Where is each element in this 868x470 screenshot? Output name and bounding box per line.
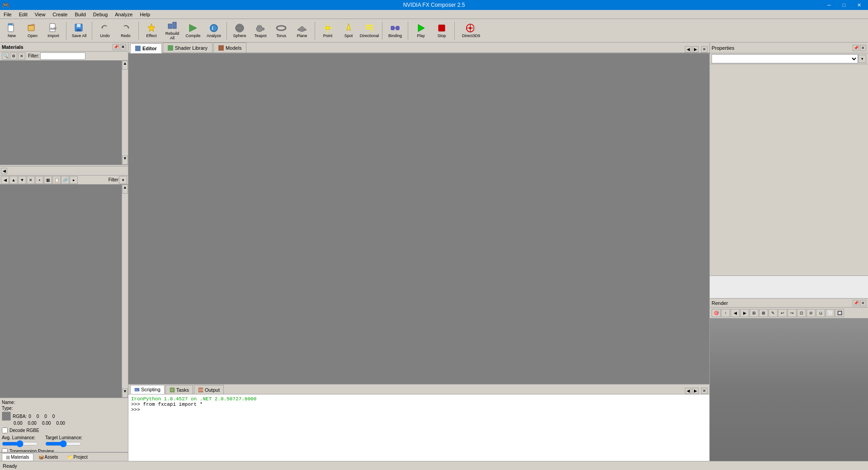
import-button[interactable]: IMP Import (43, 20, 63, 42)
materials-scrollbar[interactable]: ▲▼ (122, 61, 128, 165)
materials-btn1[interactable]: 🔍 (2, 52, 9, 60)
materials-bottom-scrollbar[interactable]: ▲▼ (122, 185, 128, 398)
decode-rgbe-checkbox[interactable] (2, 427, 8, 433)
mb-btn1[interactable]: ◀ (1, 176, 9, 184)
tab-project[interactable]: 📁 Project (63, 453, 92, 461)
render-btn5[interactable]: ⊞ (750, 309, 759, 317)
minimize-button[interactable]: ─ (822, 0, 836, 10)
render-btn12[interactable]: ⊔ (816, 309, 825, 317)
direct3d9-button[interactable]: Direct3D9 (458, 20, 485, 42)
render-btn14[interactable]: 🔲 (835, 309, 844, 317)
console-tab-tasks[interactable]: ✓ Tasks (165, 385, 193, 394)
rebuild-all-button[interactable]: Rebuild All (162, 20, 182, 42)
plane-button[interactable]: Plane (292, 20, 312, 42)
console-tab-scripting[interactable]: >_ Scripting (130, 385, 165, 394)
render-close-button[interactable]: ✕ (860, 300, 866, 306)
rgba-swatch (2, 412, 11, 421)
spot-button[interactable]: Spot (339, 20, 359, 42)
materials-canvas (0, 61, 122, 165)
play-button[interactable]: Play (411, 20, 431, 42)
binding-button[interactable]: Binding (385, 20, 405, 42)
mb-btn7[interactable]: 📋 (52, 176, 61, 184)
avg-lum-slider[interactable] (2, 441, 38, 446)
tab-prev-button[interactable]: ◀ (685, 46, 691, 52)
titlebar: 🎮 NVIDIA FX Composer 2.5 ─ □ ✕ (0, 0, 868, 10)
undo-button[interactable]: Undo (95, 20, 115, 42)
menu-analyze[interactable]: Analyze (111, 10, 136, 19)
tab-models[interactable]: Models (213, 43, 246, 52)
console-tab-output[interactable]: OUT Output (194, 385, 224, 394)
render-btn6[interactable]: ⊠ (759, 309, 768, 317)
new-button[interactable]: New (2, 20, 22, 42)
svg-point-44 (469, 27, 472, 29)
compile-button[interactable]: Compile (183, 20, 203, 42)
mb-btn9[interactable]: ▸ (70, 176, 78, 184)
menu-view[interactable]: View (31, 10, 49, 19)
console-next-button[interactable]: ▶ (692, 388, 698, 394)
point-button[interactable]: Point (318, 20, 338, 42)
plane-label: Plane (297, 34, 307, 38)
analyze-button[interactable]: i Analyze (204, 20, 224, 42)
render-btn13[interactable]: ⬜ (826, 309, 835, 317)
render-btn1[interactable]: 🎯 (712, 309, 721, 317)
properties-pin-button[interactable]: 📌 (853, 45, 859, 51)
teapot-button[interactable]: Teapot (250, 20, 270, 42)
mb-btn8[interactable]: 🔗 (61, 176, 69, 184)
render-pin-button[interactable]: 📌 (853, 300, 859, 306)
menu-edit[interactable]: Edit (15, 10, 31, 19)
directional-button[interactable]: Directional (359, 20, 379, 42)
tab-editor[interactable]: Editor (130, 43, 162, 53)
materials-btn3[interactable]: ✕ (18, 52, 25, 60)
save-all-button[interactable]: Save All (69, 20, 89, 42)
console-close-button[interactable]: ✕ (701, 388, 708, 394)
tab-materials-label: Materials (11, 455, 29, 460)
menu-help[interactable]: Help (136, 10, 154, 19)
render-btn2[interactable]: ↑ (721, 309, 730, 317)
menu-build[interactable]: Build (71, 10, 89, 19)
mb-btn3[interactable]: ▼ (18, 176, 26, 184)
sphere-button[interactable]: Sphere (230, 20, 250, 42)
mb-filter-btn[interactable]: ▾ (119, 176, 127, 184)
render-btn8[interactable]: ↩ (778, 309, 787, 317)
menu-debug[interactable]: Debug (90, 10, 111, 19)
stop-button[interactable]: Stop (432, 20, 452, 42)
materials-btn2[interactable]: ⚙ (10, 52, 17, 60)
tab-next-button[interactable]: ▶ (692, 46, 698, 52)
materials-close-button[interactable]: ✕ (120, 44, 126, 50)
binding-label: Binding (388, 34, 402, 38)
render-btn4[interactable]: ▶ (740, 309, 749, 317)
tab-shader-library[interactable]: Shader Library (163, 43, 212, 52)
render-btn11[interactable]: ⊘ (807, 309, 816, 317)
mb-btn6[interactable]: ▦ (44, 176, 52, 184)
tab-assets[interactable]: 📦 Assets (34, 453, 62, 461)
binding-icon (390, 23, 401, 33)
effect-button[interactable]: Effect (142, 20, 161, 42)
tab-materials[interactable]: ▦ Materials (2, 453, 33, 461)
mb-btn5[interactable]: ▪ (35, 176, 43, 184)
open-button[interactable]: Open (23, 20, 42, 42)
render-btn7[interactable]: ✎ (769, 309, 778, 317)
rgba-r: 0 (28, 414, 31, 419)
menu-create[interactable]: Create (49, 10, 71, 19)
mb-btn4[interactable]: ✕ (27, 176, 35, 184)
render-btn9[interactable]: ↪ (788, 309, 797, 317)
materials-pin-button[interactable]: 📌 (113, 44, 119, 50)
tab-nav: ◀ ▶ ✕ (685, 46, 708, 52)
restore-button[interactable]: □ (837, 0, 851, 10)
redo-button[interactable]: Redo (116, 20, 136, 42)
render-btn3[interactable]: ◀ (731, 309, 740, 317)
mini-btn1[interactable]: ◀ (1, 168, 7, 174)
filter-input[interactable] (40, 52, 85, 60)
console-prev-button[interactable]: ◀ (685, 388, 691, 394)
properties-close-button[interactable]: ✕ (860, 45, 866, 51)
torus-button[interactable]: Torus (271, 20, 291, 42)
properties-dropdown-btn[interactable]: ▾ (858, 55, 866, 63)
render-btn10[interactable]: ⊡ (797, 309, 806, 317)
target-lum-slider[interactable] (45, 441, 81, 446)
tab-panel-close-button[interactable]: ✕ (701, 46, 708, 52)
menu-file[interactable]: File (0, 10, 15, 19)
properties-dropdown[interactable] (712, 54, 858, 63)
close-button[interactable]: ✕ (852, 0, 866, 10)
console-content[interactable]: IronPython 1.0.4527 on .NET 2.0.50727.80… (128, 394, 709, 461)
mb-btn2[interactable]: ▲ (9, 176, 18, 184)
